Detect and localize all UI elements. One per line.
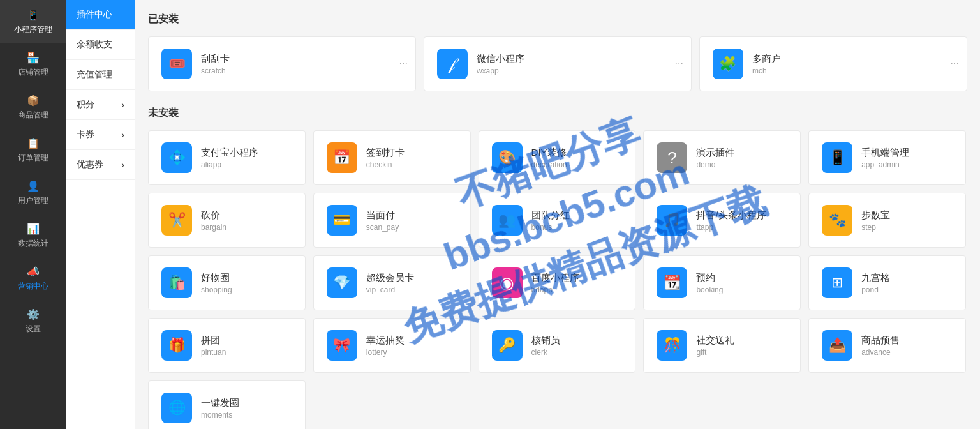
- mch-name: 多商户: [752, 53, 954, 65]
- plugin-card-bdapp[interactable]: ◉ 百度小程序 bdapp: [479, 255, 636, 310]
- plugin-card-advance[interactable]: 📤 商品预售 advance: [808, 318, 966, 373]
- wxapp-name: 微信小程序: [477, 53, 678, 65]
- plugin-card-gift[interactable]: 🎊 社交送礼 gift: [643, 318, 801, 373]
- wxapp-info: 微信小程序 wxapp: [477, 53, 678, 75]
- diy-icon: 🎨: [492, 142, 523, 173]
- moments-icon: 🌐: [161, 393, 192, 423]
- sub-sidebar-points[interactable]: 积分 ›: [66, 90, 135, 120]
- vipcard-code: vip_card: [366, 285, 457, 294]
- shopping-icon: 🛍️: [161, 267, 192, 298]
- plugin-card-aliapp[interactable]: 💠 支付宝小程序 aliapp: [148, 130, 306, 185]
- main-content: 已安装 🎟️ 刮刮卡 scratch ··· 𝒻 微信小程序 wxapp ···…: [135, 0, 980, 429]
- bonus-name: 团队分红: [531, 209, 623, 222]
- plugin-card-shopping[interactable]: 🛍️ 好物圈 shopping: [148, 255, 306, 310]
- demo-info: 演示插件 demo: [696, 147, 787, 169]
- plugin-card-checkin[interactable]: 📅 签到打卡 checkin: [313, 130, 471, 185]
- plugin-card-lottery[interactable]: 🎀 幸运抽奖 lottery: [313, 318, 471, 373]
- mch-more[interactable]: ···: [951, 58, 959, 70]
- plugin-card-pond[interactable]: ⊞ 九宫格 pond: [808, 255, 966, 310]
- plugin-card-moments[interactable]: 🌐 一键发圈 moments: [148, 380, 306, 429]
- sidebar-item-miniprogram[interactable]: 📱 小程序管理: [0, 0, 66, 43]
- bonus-icon: 👥: [492, 205, 523, 236]
- plugin-card-diy[interactable]: 🎨 DIY装修 decoration: [479, 130, 636, 185]
- mch-code: mch: [752, 66, 954, 75]
- advance-name: 商品预售: [861, 335, 953, 347]
- order-icon: 📋: [26, 136, 40, 150]
- installed-title: 已安装: [148, 13, 967, 26]
- lottery-icon: 🎀: [327, 330, 357, 361]
- lottery-code: lottery: [366, 348, 457, 357]
- appadmin-name: 手机端管理: [861, 147, 953, 159]
- mch-info: 多商户 mch: [752, 53, 954, 75]
- ttapp-icon: 🎵: [657, 205, 687, 236]
- advance-code: advance: [861, 348, 953, 357]
- main-sidebar: 📱 小程序管理 🏪 店铺管理 📦 商品管理 📋 订单管理 👤 用户管理 📊 数据…: [0, 0, 66, 429]
- sidebar-item-stats[interactable]: 📊 数据统计: [0, 214, 66, 257]
- sidebar-item-marketing[interactable]: 📣 营销中心: [0, 257, 66, 299]
- step-code: step: [861, 223, 953, 232]
- sub-sidebar-card[interactable]: 卡券 ›: [66, 120, 135, 150]
- sub-sidebar-plugin-center[interactable]: 插件中心: [66, 0, 135, 30]
- sub-sidebar: 插件中心 余额收支 充值管理 积分 › 卡券 › 优惠券 ›: [66, 0, 135, 429]
- aliapp-icon: 💠: [161, 142, 192, 173]
- user-icon: 👤: [26, 179, 40, 193]
- plugin-card-step[interactable]: 🐾 步数宝 step: [808, 193, 966, 248]
- aliapp-name: 支付宝小程序: [201, 147, 292, 159]
- sidebar-item-store[interactable]: 🏪 店铺管理: [0, 43, 66, 86]
- plugin-card-clerk[interactable]: 🔑 核销员 clerk: [479, 318, 636, 373]
- bdapp-info: 百度小程序 bdapp: [531, 272, 623, 294]
- moments-code: moments: [201, 410, 292, 419]
- step-info: 步数宝 step: [861, 209, 953, 232]
- scratch-code: scratch: [201, 66, 403, 75]
- ttapp-info: 抖音/头条小程序 ttapp: [696, 209, 787, 232]
- diy-info: DIY装修 decoration: [531, 147, 623, 169]
- pond-info: 九宫格 pond: [861, 272, 953, 294]
- plugin-card-demo[interactable]: ? 演示插件 demo: [643, 130, 801, 185]
- sub-sidebar-recharge[interactable]: 充值管理: [66, 60, 135, 90]
- appadmin-info: 手机端管理 app_admin: [861, 147, 953, 169]
- step-name: 步数宝: [861, 209, 953, 222]
- plugin-card-bargain[interactable]: ✂️ 砍价 bargain: [148, 193, 306, 248]
- scanpay-name: 当面付: [366, 209, 457, 222]
- plugin-card-booking[interactable]: 📆 预约 booking: [643, 255, 801, 310]
- clerk-code: clerk: [531, 348, 623, 357]
- gift-code: gift: [696, 348, 787, 357]
- plugin-card-scratch[interactable]: 🎟️ 刮刮卡 scratch ···: [148, 36, 416, 91]
- booking-name: 预约: [696, 272, 787, 284]
- uninstalled-title: 未安装: [148, 107, 967, 120]
- aliapp-info: 支付宝小程序 aliapp: [201, 147, 292, 169]
- scratch-icon: 🎟️: [161, 49, 192, 79]
- bdapp-icon: ◉: [492, 267, 523, 298]
- sidebar-item-settings[interactable]: ⚙️ 设置: [0, 299, 66, 342]
- scratch-more[interactable]: ···: [399, 58, 408, 70]
- plugin-card-pintuan[interactable]: 🎁 拼团 pintuan: [148, 318, 306, 373]
- bargain-name: 砍价: [201, 209, 292, 222]
- lottery-name: 幸运抽奖: [366, 335, 457, 347]
- demo-icon: ?: [657, 142, 687, 173]
- diy-name: DIY装修: [531, 147, 623, 159]
- plugin-card-vipcard[interactable]: 💎 超级会员卡 vip_card: [313, 255, 471, 310]
- wxapp-more[interactable]: ···: [675, 58, 683, 70]
- pond-name: 九宫格: [861, 272, 953, 284]
- installed-grid: 🎟️ 刮刮卡 scratch ··· 𝒻 微信小程序 wxapp ··· 🧩 多…: [148, 36, 967, 91]
- gift-name: 社交送礼: [696, 335, 787, 347]
- checkin-code: checkin: [366, 160, 457, 169]
- sub-sidebar-balance[interactable]: 余额收支: [66, 30, 135, 60]
- plugin-card-wxapp[interactable]: 𝒻 微信小程序 wxapp ···: [424, 36, 692, 91]
- shopping-info: 好物圈 shopping: [201, 272, 292, 294]
- plugin-card-bonus[interactable]: 👥 团队分红 bonus: [479, 193, 636, 248]
- sub-sidebar-coupon[interactable]: 优惠券 ›: [66, 150, 135, 180]
- mch-icon: 🧩: [713, 49, 743, 79]
- goods-icon: 📦: [26, 93, 40, 107]
- shopping-code: shopping: [201, 285, 292, 294]
- sidebar-item-goods[interactable]: 📦 商品管理: [0, 86, 66, 128]
- plugin-card-scanpay[interactable]: 💳 当面付 scan_pay: [313, 193, 471, 248]
- wxapp-code: wxapp: [477, 66, 678, 75]
- plugin-card-appadmin[interactable]: 📱 手机端管理 app_admin: [808, 130, 966, 185]
- plugin-card-ttapp[interactable]: 🎵 抖音/头条小程序 ttapp: [643, 193, 801, 248]
- sidebar-item-order[interactable]: 📋 订单管理: [0, 128, 66, 171]
- plugin-card-mch[interactable]: 🧩 多商户 mch ···: [699, 36, 967, 91]
- sidebar-item-user[interactable]: 👤 用户管理: [0, 171, 66, 214]
- sidebar-label-marketing: 营销中心: [18, 281, 48, 292]
- pintuan-code: pintuan: [201, 348, 292, 357]
